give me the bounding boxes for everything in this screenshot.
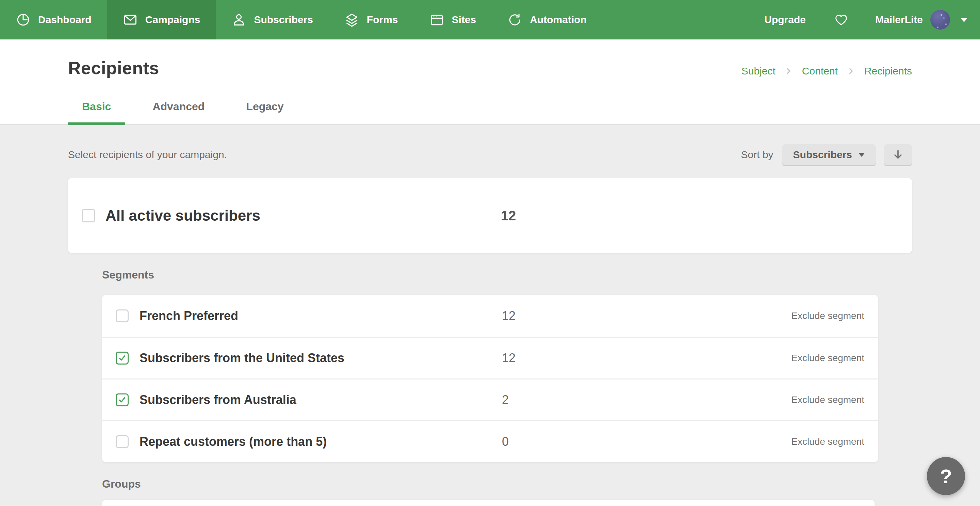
avatar[interactable]: [930, 10, 950, 30]
exclude-segment-link[interactable]: Exclude segment: [791, 311, 864, 321]
breadcrumb-content[interactable]: Content: [802, 65, 838, 77]
segment-checkbox[interactable]: [116, 309, 129, 322]
toolbar: Select recipients of your campaign. Sort…: [68, 125, 912, 165]
breadcrumb-subject[interactable]: Subject: [741, 65, 775, 77]
nav-item-automation[interactable]: Automation: [492, 0, 602, 40]
nav-item-label: Campaigns: [145, 14, 200, 25]
question-mark-icon: ?: [940, 465, 952, 488]
nav-item-campaigns[interactable]: Campaigns: [107, 0, 216, 40]
nav-item-label: Forms: [367, 14, 398, 25]
all-active-label: All active subscribers: [105, 207, 260, 224]
sites-icon: [430, 12, 444, 27]
top-navigation: Dashboard Campaigns Subscribers Forms: [0, 0, 980, 40]
heart-icon: [834, 13, 849, 27]
exclude-segment-link[interactable]: Exclude segment: [791, 436, 864, 447]
groups-list: [102, 500, 875, 506]
segments-heading: Segments: [102, 269, 912, 281]
nav-item-label: Subscribers: [254, 14, 313, 25]
dashboard-icon: [16, 12, 30, 27]
all-active-subscribers-row[interactable]: All active subscribers 12: [68, 178, 912, 253]
checkmark-icon: [118, 354, 127, 363]
segment-row[interactable]: Repeat customers (more than 5) 0 Exclude…: [102, 420, 878, 462]
tab-basic[interactable]: Basic: [68, 100, 125, 125]
nav-item-forms[interactable]: Forms: [329, 0, 414, 40]
arrow-down-icon: [892, 148, 904, 162]
exclude-segment-link[interactable]: Exclude segment: [791, 395, 864, 405]
sort-controls: Sort by Subscribers: [741, 144, 912, 165]
segment-count: 2: [502, 393, 509, 407]
segment-row[interactable]: French Preferred 12 Exclude segment: [102, 295, 878, 337]
chevron-right-icon: [846, 67, 856, 76]
sort-dropdown[interactable]: Subscribers: [782, 144, 876, 165]
account-name[interactable]: MailerLite: [875, 14, 923, 25]
segment-checkbox[interactable]: [116, 352, 129, 365]
segments-list: French Preferred 12 Exclude segment Subs…: [102, 295, 878, 462]
groups-heading: Groups: [102, 478, 912, 490]
segment-count: 12: [502, 309, 515, 323]
segment-count: 0: [502, 435, 509, 449]
nav-item-label: Sites: [452, 14, 476, 25]
page-title: Recipients: [68, 58, 159, 78]
breadcrumb-recipients[interactable]: Recipients: [864, 65, 912, 77]
page-description: Select recipients of your campaign.: [68, 149, 227, 160]
chevron-right-icon: [784, 67, 793, 76]
segment-label: Subscribers from Australia: [140, 393, 296, 407]
nav-item-label: Automation: [530, 14, 587, 25]
nav-item-sites[interactable]: Sites: [414, 0, 492, 40]
sort-dropdown-value: Subscribers: [793, 149, 852, 160]
sort-by-label: Sort by: [741, 149, 773, 160]
nav-right-group: Upgrade MailerLite: [764, 0, 980, 40]
segment-row[interactable]: Subscribers from Australia 2 Exclude seg…: [102, 379, 878, 420]
segment-checkbox[interactable]: [116, 393, 129, 406]
recipients-tabs: Basic Advanced Legacy: [68, 100, 311, 125]
tab-advanced[interactable]: Advanced: [138, 100, 219, 125]
breadcrumb: Subject Content Recipients: [741, 65, 912, 77]
account-menu-caret-icon[interactable]: [960, 18, 968, 22]
segment-label: French Preferred: [140, 309, 238, 323]
subscribers-icon: [231, 12, 247, 27]
sort-direction-button[interactable]: [884, 144, 912, 165]
segment-label: Repeat customers (more than 5): [140, 435, 327, 449]
all-active-checkbox[interactable]: [82, 209, 95, 222]
main-menu: Dashboard Campaigns Subscribers Forms: [0, 0, 602, 40]
tab-legacy[interactable]: Legacy: [232, 100, 298, 125]
segment-label: Subscribers from the United States: [140, 351, 344, 365]
nav-item-subscribers[interactable]: Subscribers: [216, 0, 328, 40]
segment-checkbox[interactable]: [116, 435, 129, 448]
favorites-button[interactable]: [834, 13, 849, 27]
nav-item-dashboard[interactable]: Dashboard: [0, 0, 107, 40]
segment-count: 12: [502, 351, 515, 365]
nav-item-label: Dashboard: [38, 14, 92, 25]
segment-row[interactable]: Subscribers from the United States 12 Ex…: [102, 337, 878, 379]
main-content: Select recipients of your campaign. Sort…: [0, 125, 980, 506]
checkmark-icon: [118, 395, 127, 404]
all-active-count: 12: [501, 208, 516, 224]
chevron-down-icon: [858, 153, 865, 157]
exclude-segment-link[interactable]: Exclude segment: [791, 353, 864, 363]
page-header: Recipients Subject Content Recipients Ba…: [0, 40, 980, 125]
forms-icon: [344, 12, 360, 27]
automation-icon: [508, 12, 522, 27]
help-button[interactable]: ?: [927, 457, 965, 495]
upgrade-link[interactable]: Upgrade: [764, 14, 806, 25]
campaigns-icon: [123, 12, 138, 27]
